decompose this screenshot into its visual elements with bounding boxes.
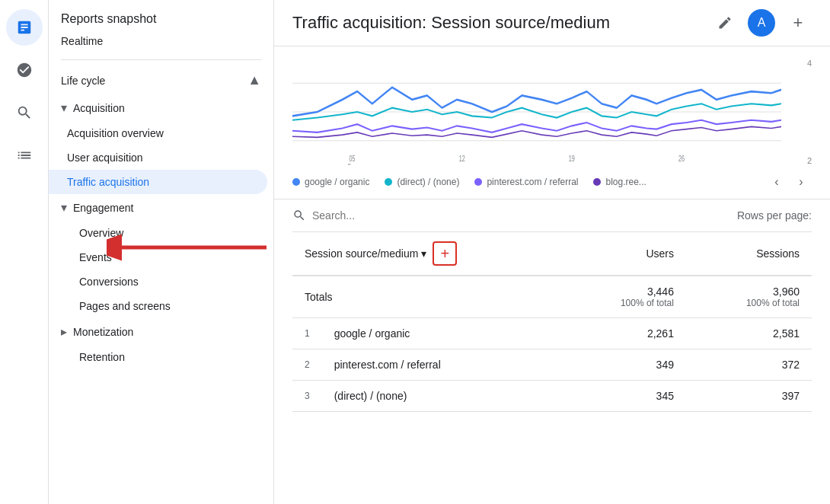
session-source-label: Session source/medium [305, 247, 418, 260]
col-header-session-source: Session source/medium ▾ + [292, 232, 560, 276]
sidebar-item-pages-screens[interactable]: Pages and screens [49, 294, 273, 318]
analytics-icon[interactable] [6, 9, 43, 46]
totals-row: Totals 3,446 100% of total 3,960 100% of… [292, 276, 812, 318]
acquisition-label: Acquisition [73, 102, 125, 114]
row-3-sessions: 397 [686, 381, 812, 412]
traffic-acquisition-label: Traffic acquisition [67, 176, 149, 188]
add-button[interactable]: + [784, 9, 812, 37]
expand-icon: ▾ [61, 100, 67, 115]
chart-legend: google / organic (direct) / (none) pinte… [292, 174, 646, 190]
monetization-expand-icon: ▸ [61, 324, 67, 339]
reports-snapshot-title: Reports snapshot [49, 6, 273, 29]
realtime-item[interactable]: Realtime [49, 29, 273, 53]
explore-icon[interactable] [6, 94, 43, 131]
legend-label-direct: (direct) / (none) [397, 177, 459, 187]
chart-container: 05 Sep 12 19 26 4 2 [292, 59, 812, 165]
row-2-source: pinterest.com / referral [322, 349, 560, 381]
legend-google-organic: google / organic [292, 177, 369, 187]
edit-report-button[interactable] [711, 9, 739, 37]
reports-icon[interactable] [6, 52, 43, 88]
sidebar-item-events[interactable]: Events [49, 245, 273, 270]
add-dimension-button[interactable]: + [433, 241, 457, 266]
table-row: 1 google / organic 2,261 2,581 [292, 318, 812, 349]
search-input[interactable] [312, 209, 464, 222]
chart-prev-button[interactable]: ‹ [766, 171, 787, 193]
user-acquisition-label: User acquisition [67, 152, 143, 164]
sidebar-item-retention[interactable]: Retention [49, 345, 273, 369]
row-1-sessions: 2,581 [686, 318, 812, 349]
totals-label: Totals [292, 276, 560, 318]
col-header-users: Users [560, 232, 686, 276]
retention-label: Retention [79, 351, 125, 363]
search-icon [292, 209, 306, 222]
engagement-label: Engagement [73, 202, 133, 214]
legend-dot-google [292, 178, 300, 186]
sidebar-item-user-acquisition[interactable]: User acquisition [49, 145, 267, 170]
main-content: Traffic acquisition: Session source/medi… [274, 0, 830, 504]
svg-text:Sep: Sep [347, 162, 357, 165]
sidebar: Reports snapshot Realtime Life cycle ▲ ▾… [49, 0, 274, 504]
main-header: Traffic acquisition: Session source/medi… [274, 0, 830, 46]
pages-screens-label: Pages and screens [79, 300, 171, 312]
events-label: Events [79, 251, 112, 263]
lifecycle-section[interactable]: Life cycle ▲ [49, 66, 273, 94]
acquisition-overview-label: Acquisition overview [67, 127, 164, 139]
chart-area: 05 Sep 12 19 26 4 2 [274, 46, 830, 199]
table-header-row: Session source/medium ▾ + Users Sessions [292, 232, 812, 276]
sidebar-item-overview[interactable]: Overview [49, 221, 273, 245]
row-1-num: 1 [292, 318, 322, 349]
row-3-num: 3 [292, 381, 322, 412]
chevron-up-icon: ▲ [247, 72, 261, 88]
row-3-users: 345 [560, 381, 686, 412]
legend-pinterest: pinterest.com / referral [474, 177, 578, 187]
chart-navigation: ‹ › [766, 171, 812, 193]
legend-label-pinterest: pinterest.com / referral [487, 177, 578, 187]
overview-label: Overview [79, 227, 123, 239]
sidebar-divider [61, 59, 261, 60]
y-label-4: 4 [789, 59, 812, 68]
chart-next-button[interactable]: › [790, 171, 812, 193]
row-1-source: google / organic [322, 318, 560, 349]
conversions-label: Conversions [79, 276, 139, 288]
sidebar-item-conversions[interactable]: Conversions [49, 270, 273, 294]
sidebar-item-acquisition-overview[interactable]: Acquisition overview [49, 121, 267, 145]
engagement-expand-icon: ▾ [61, 200, 67, 215]
legend-blog: blog.ree... [593, 177, 646, 187]
legend-label-blog: blog.ree... [605, 177, 646, 187]
svg-text:19: 19 [569, 153, 575, 163]
sidebar-item-traffic-acquisition[interactable]: Traffic acquisition [49, 170, 267, 194]
svg-text:12: 12 [459, 153, 465, 163]
search-box [292, 209, 728, 222]
page-title: Traffic acquisition: Session source/medi… [292, 13, 702, 33]
acquisition-subsection[interactable]: ▾ Acquisition [49, 94, 273, 121]
legend-dot-blog [593, 178, 601, 186]
totals-sessions: 3,960 100% of total [686, 276, 812, 318]
list-icon[interactable] [6, 137, 43, 174]
table-toolbar: Rows per page: [292, 199, 812, 232]
rows-per-page-label: Rows per page: [737, 209, 812, 222]
row-1-users: 2,261 [560, 318, 686, 349]
row-2-users: 349 [560, 349, 686, 381]
row-2-sessions: 372 [686, 349, 812, 381]
table-row: 2 pinterest.com / referral 349 372 [292, 349, 812, 381]
user-avatar[interactable]: A [748, 9, 775, 37]
engagement-subsection[interactable]: ▾ Engagement [49, 194, 273, 221]
data-table: Session source/medium ▾ + Users Sessions… [292, 232, 812, 412]
y-label-2: 2 [789, 156, 812, 165]
totals-users: 3,446 100% of total [560, 276, 686, 318]
line-chart: 05 Sep 12 19 26 [292, 59, 781, 165]
col-header-sessions: Sessions [686, 232, 812, 276]
monetization-subsection[interactable]: ▸ Monetization [49, 318, 273, 345]
lifecycle-label: Life cycle [61, 75, 105, 87]
legend-direct-none: (direct) / (none) [385, 177, 459, 187]
dropdown-arrow-icon: ▾ [421, 247, 426, 260]
y-axis: 4 2 [789, 59, 812, 165]
legend-dot-direct [385, 178, 392, 186]
svg-text:26: 26 [678, 153, 685, 163]
legend-label-google: google / organic [305, 177, 369, 187]
session-source-dropdown[interactable]: Session source/medium ▾ [305, 247, 426, 260]
row-2-num: 2 [292, 349, 322, 381]
row-3-source: (direct) / (none) [322, 381, 560, 412]
monetization-label: Monetization [73, 326, 133, 338]
legend-dot-pinterest [474, 178, 482, 186]
